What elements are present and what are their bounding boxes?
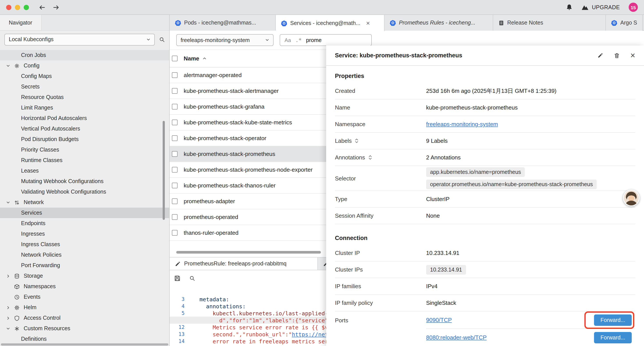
sidebar-item-mutating-webhook-configurations[interactable]: Mutating Webhook Configurations — [0, 176, 169, 187]
namespace-link[interactable]: freeleaps-monitoring-system — [426, 121, 498, 127]
sidebar-item-network[interactable]: Network — [0, 197, 169, 208]
sidebar-item-namespaces[interactable]: Namespaces — [0, 281, 169, 292]
dock-tab-prometheusrule[interactable]: PrometheusRule: freeleaps-prod-rabbitmq — [170, 258, 318, 270]
row-checkbox[interactable] — [172, 167, 178, 173]
sidebar-item-limit-ranges[interactable]: Limit Ranges — [0, 102, 169, 113]
sidebar-item-ingress-classes[interactable]: Ingress Classes — [0, 239, 169, 250]
sidebar-item-storage[interactable]: Storage — [0, 271, 169, 281]
notifications-bell-icon[interactable] — [566, 4, 572, 10]
sidebar-item-config-maps[interactable]: Config Maps — [0, 71, 169, 81]
sidebar-item-label: Cron Jobs — [21, 52, 46, 58]
sidebar-item-label: Mutating Webhook Configurations — [21, 178, 104, 184]
detail-value: 2 Annotations — [426, 154, 635, 161]
sidebar-item-vertical-pod-autoscalers[interactable]: Vertical Pod Autoscalers — [0, 123, 169, 134]
detail-row-ip-families: IP familiesIPv4 — [335, 278, 635, 295]
scrollbar-thumb[interactable] — [176, 251, 321, 254]
sidebar-item-validating-webhook-configurations[interactable]: Validating Webhook Configurations — [0, 187, 169, 197]
tab-services-icecheng-math[interactable]: Services - icecheng@math...× — [276, 15, 384, 31]
save-icon[interactable] — [174, 275, 180, 281]
tab-label: Pods - icecheng@mathmas... — [184, 20, 256, 26]
row-checkbox[interactable] — [172, 135, 178, 141]
port-forward-link[interactable]: 8080:reloader-web/TCP — [426, 334, 486, 341]
user-avatar[interactable] — [623, 190, 640, 206]
sidebar-item-access-control[interactable]: Access Control — [0, 313, 169, 323]
tab-prometheus-rules-icecheng[interactable]: Prometheus Rules - icecheng... — [384, 15, 493, 31]
sidebar-item-runtime-classes[interactable]: Runtime Classes — [0, 155, 169, 166]
forward-icon[interactable] — [52, 4, 60, 11]
row-checkbox[interactable] — [172, 151, 178, 157]
navigator-tab[interactable]: Navigator — [0, 15, 42, 30]
sidebar-item-definitions[interactable]: Definitions — [0, 334, 169, 344]
tab-argo-s[interactable]: Argo S — [606, 15, 643, 31]
edit-resource-icon[interactable] — [598, 52, 603, 58]
navigator-tab-label: Navigator — [9, 19, 32, 26]
namespace-select[interactable]: freeleaps-monitoring-system — [176, 34, 274, 46]
row-checkbox[interactable] — [172, 183, 178, 188]
row-checkbox[interactable] — [172, 214, 178, 220]
detail-row-namespace: Namespacefreeleaps-monitoring-system — [335, 116, 635, 133]
back-icon[interactable] — [38, 4, 46, 11]
table-search-box[interactable]: Aa .* prome — [280, 34, 372, 46]
close-tab-icon[interactable]: × — [366, 20, 370, 26]
tab-release-notes[interactable]: Release Notes — [493, 15, 606, 31]
service-name: kube-prometheus-stack-operator — [184, 135, 266, 141]
sidebar-item-cron-jobs[interactable]: Cron Jobs — [0, 50, 169, 60]
forward-button[interactable]: Forward... — [594, 314, 632, 326]
match-case-toggle[interactable]: Aa — [284, 37, 291, 43]
sidebar-item-resource-quotas[interactable]: Resource Quotas — [0, 92, 169, 102]
minimize-window-button[interactable] — [15, 4, 20, 10]
kubeconfig-select[interactable]: Local Kubeconfigs — [4, 33, 155, 45]
service-name: kube-prometheus-stack-prometheus-node-ex… — [184, 166, 312, 173]
row-checkbox[interactable] — [172, 120, 178, 125]
name-column-header[interactable]: Name — [184, 55, 199, 62]
sidebar-item-services[interactable]: Services — [0, 208, 169, 218]
network-icon — [14, 200, 20, 205]
port-forward-link[interactable]: 9090/TCP — [426, 317, 452, 323]
titlebar-right: UPGRADE 15 — [566, 3, 638, 12]
select-all-checkbox[interactable] — [172, 56, 178, 61]
sidebar-item-ingresses[interactable]: Ingresses — [0, 229, 169, 239]
sidebar-item-priority-classes[interactable]: Priority Classes — [0, 145, 169, 155]
sidebar-item-network-policies[interactable]: Network Policies — [0, 250, 169, 260]
sidebar-item-custom-resources[interactable]: Custom Resources — [0, 323, 169, 334]
sidebar-item-pod-disruption-budgets[interactable]: Pod Disruption Budgets — [0, 134, 169, 145]
sidebar-item-leases[interactable]: Leases — [0, 166, 169, 176]
row-checkbox[interactable] — [172, 72, 178, 78]
line-number: 13 — [170, 331, 187, 337]
sidebar-item-port-forwarding[interactable]: Port Forwarding — [0, 260, 169, 271]
document-icon — [498, 20, 504, 26]
sidebar-item-endpoints[interactable]: Endpoints — [0, 218, 169, 229]
tab-label: Release Notes — [507, 20, 543, 26]
row-checkbox[interactable] — [172, 88, 178, 94]
row-checkbox[interactable] — [172, 230, 178, 236]
sidebar-item-horizontal-pod-autoscalers[interactable]: Horizontal Pod Autoscalers — [0, 113, 169, 123]
notification-badge[interactable]: 15 — [629, 3, 638, 12]
close-details-icon[interactable]: × — [630, 51, 635, 59]
regex-toggle[interactable]: .* — [295, 37, 302, 43]
detail-value: 253d 16h 6m ago (2025年1月13日 GMT+8 1:25:3… — [426, 87, 635, 95]
detail-row-name: Namekube-prometheus-stack-prometheus — [335, 99, 635, 116]
close-window-button[interactable] — [6, 4, 12, 10]
sidebar-search-icon[interactable] — [159, 36, 165, 42]
tab-pods-icecheng-mathmas[interactable]: Pods - icecheng@mathmas... — [170, 15, 276, 31]
delete-resource-icon[interactable] — [614, 52, 620, 58]
sidebar-item-helm[interactable]: Helm — [0, 302, 169, 313]
row-checkbox[interactable] — [172, 198, 178, 204]
sidebar-item-config[interactable]: Config — [0, 60, 169, 71]
search-input[interactable]: prome — [306, 37, 322, 43]
forward-button[interactable]: Forward... — [594, 332, 632, 343]
sort-ascending-icon[interactable] — [203, 56, 207, 60]
sidebar-item-label: Pod Disruption Budgets — [21, 136, 79, 142]
zoom-window-button[interactable] — [24, 4, 29, 10]
sidebar-item-secrets[interactable]: Secrets — [0, 81, 169, 92]
upgrade-button[interactable]: UPGRADE — [581, 4, 620, 10]
sidebar-item-events[interactable]: Events — [0, 292, 169, 302]
detail-label: Cluster IP — [335, 250, 426, 256]
sidebar-item-label: Priority Classes — [21, 147, 59, 153]
port-row: 9090/TCPForward... — [426, 311, 635, 329]
row-checkbox[interactable] — [172, 104, 178, 109]
line-number: 12 — [170, 324, 187, 330]
sidebar-vertical-scrollbar[interactable] — [163, 121, 165, 220]
sidebar-horizontal-scrollbar[interactable] — [1, 343, 168, 346]
editor-search-icon[interactable] — [190, 275, 195, 281]
